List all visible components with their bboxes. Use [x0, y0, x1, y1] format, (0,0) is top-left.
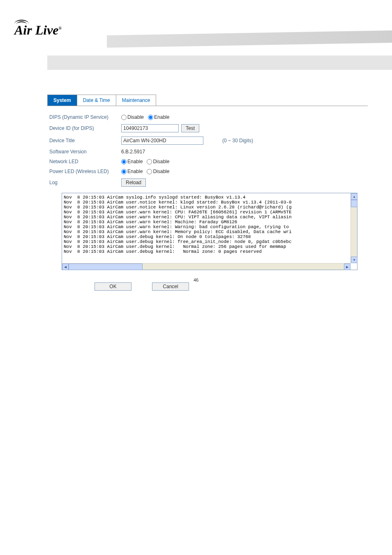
label-software-version: Software Version — [49, 149, 121, 155]
tab-bar: System Date & Time Maintenance — [47, 95, 368, 106]
page-header: Air Live® — [0, 0, 392, 53]
scroll-right-icon[interactable]: ▶ — [344, 264, 350, 270]
field-device-id: Test — [121, 124, 199, 132]
gray-bar — [47, 56, 392, 70]
tab-date-time[interactable]: Date & Time — [77, 95, 116, 106]
row-software-version: Software Version 6.B.2.5917 — [49, 149, 366, 155]
row-dips: DIPS (Dynamic IP Service) Disable Enable — [49, 114, 366, 120]
scroll-left-icon[interactable]: ◀ — [62, 264, 69, 270]
tab-maintenance[interactable]: Maintenance — [116, 95, 157, 106]
label-network-led-enable: Enable — [127, 159, 143, 164]
test-button[interactable]: Test — [181, 124, 199, 132]
field-log: Reload — [121, 178, 146, 187]
log-viewport: Nov 8 20:15:03 AirCam syslog.info syslog… — [62, 193, 357, 270]
network-led-radio-group: Enable Disable — [121, 159, 173, 164]
label-network-led-disable: Disable — [153, 159, 169, 164]
reload-button[interactable]: Reload — [121, 178, 146, 187]
content-area: System Date & Time Maintenance DIPS (Dyn… — [47, 95, 368, 291]
label-power-led-disable: Disable — [153, 169, 169, 174]
log-area: Nov 8 20:15:03 AirCam syslog.info syslog… — [62, 193, 357, 270]
row-log: Log Reload — [49, 178, 366, 187]
label-log: Log — [49, 180, 121, 185]
tab-system[interactable]: System — [47, 95, 77, 106]
row-power-led: Power LED (Wireless LED) Enable Disable — [49, 169, 366, 174]
logo-text: Air Live — [14, 23, 59, 37]
vertical-scrollbar[interactable]: ▲ ▼ — [350, 193, 357, 263]
scroll-up-icon[interactable]: ▲ — [351, 193, 357, 200]
input-device-id[interactable] — [121, 124, 179, 132]
radio-network-led-enable[interactable] — [121, 159, 127, 164]
row-network-led: Network LED Enable Disable — [49, 159, 366, 164]
label-dips: DIPS (Dynamic IP Service) — [49, 114, 121, 120]
cancel-button[interactable]: Cancel — [152, 282, 189, 291]
logo-registered: ® — [59, 26, 62, 30]
horizontal-scrollbar[interactable]: ◀ ▶ — [62, 263, 350, 270]
ok-button[interactable]: OK — [95, 282, 131, 291]
digits-hint: (0 ~ 30 Digits) — [222, 138, 253, 143]
field-device-title: (0 ~ 30 Digits) — [121, 136, 253, 145]
radio-power-led-disable[interactable] — [147, 169, 152, 174]
header-swoosh — [107, 30, 392, 48]
label-device-title: Device Title — [49, 138, 121, 143]
software-version-value: 6.B.2.5917 — [121, 149, 145, 155]
label-dips-enable: Enable — [154, 114, 169, 120]
label-power-led-enable: Enable — [127, 169, 143, 174]
scroll-down-icon[interactable]: ▼ — [351, 257, 357, 263]
page-number: 46 — [194, 278, 198, 282]
label-device-id: Device ID (for DIPS) — [49, 125, 121, 131]
scroll-thumb-vertical[interactable] — [351, 200, 357, 207]
row-device-id: Device ID (for DIPS) Test — [49, 124, 366, 132]
label-dips-disable: Disable — [127, 114, 144, 120]
radio-dips-enable[interactable] — [148, 115, 153, 120]
scroll-thumb-horizontal[interactable] — [69, 264, 143, 270]
input-device-title[interactable] — [121, 136, 203, 145]
radio-dips-disable[interactable] — [121, 115, 127, 120]
radio-network-led-disable[interactable] — [147, 159, 152, 164]
button-row: OK Cancel — [95, 282, 368, 291]
dips-radio-group: Disable Enable — [121, 114, 173, 120]
power-led-radio-group: Enable Disable — [121, 169, 173, 174]
log-content[interactable]: Nov 8 20:15:03 AirCam syslog.info syslog… — [62, 193, 350, 263]
row-device-title: Device Title (0 ~ 30 Digits) — [49, 136, 366, 145]
label-power-led: Power LED (Wireless LED) — [49, 169, 121, 174]
tab-content-system: DIPS (Dynamic IP Service) Disable Enable… — [47, 112, 368, 270]
radio-power-led-enable[interactable] — [121, 169, 127, 174]
label-network-led: Network LED — [49, 159, 121, 164]
logo: Air Live® — [14, 23, 62, 38]
